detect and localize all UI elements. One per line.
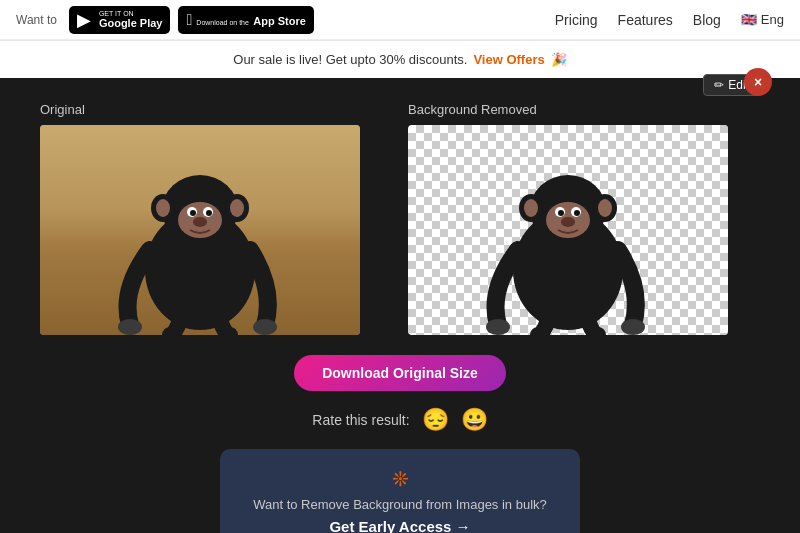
svg-point-21 [561,217,575,227]
svg-point-6 [206,210,212,216]
apple-icon:  [186,11,192,29]
nav-links: Pricing Features Blog 🇬🇧 Eng [555,12,784,28]
nav-blog[interactable]: Blog [693,12,721,28]
svg-point-7 [193,217,207,227]
panels-container: Original [40,102,760,335]
rate-label: Rate this result: [312,412,409,428]
svg-point-25 [598,199,612,217]
svg-point-20 [574,210,580,216]
removed-panel: Background Removed ✏ Edit [408,102,760,335]
nav-pricing[interactable]: Pricing [555,12,598,28]
download-section: Download Original Size [40,355,760,391]
happy-rating-button[interactable]: 😀 [461,407,488,433]
chimp-original-svg [100,140,300,335]
nav-features[interactable]: Features [618,12,673,28]
chimp-removed-svg [468,140,668,335]
svg-point-23 [524,199,538,217]
nav-left: Want to ▶ GET IT ON Google Play  Downlo… [16,6,543,34]
svg-point-27 [621,319,645,335]
svg-point-5 [190,210,196,216]
original-panel: Original [40,102,392,335]
flag-icon: 🇬🇧 [741,12,757,27]
sale-emoji: 🎉 [551,52,567,67]
top-nav: Want to ▶ GET IT ON Google Play  Downlo… [0,0,800,40]
lang-label: Eng [761,12,784,27]
svg-point-12 [118,319,142,335]
original-label: Original [40,102,392,117]
google-play-text: GET IT ON Google Play [99,10,163,29]
want-text: Want to [16,13,57,27]
svg-point-11 [230,199,244,217]
sad-rating-button[interactable]: 😔 [422,407,449,433]
original-image [40,125,360,335]
google-play-icon: ▶ [77,9,91,31]
removed-image [408,125,728,335]
bulk-icon: ❊ [244,467,556,491]
close-button[interactable]: × [744,68,772,96]
language-selector[interactable]: 🇬🇧 Eng [741,12,784,27]
sale-banner: Our sale is live! Get upto 30% discounts… [0,40,800,78]
bulk-title: Want to Remove Background from Images in… [244,497,556,512]
sale-text: Our sale is live! Get upto 30% discounts… [233,52,467,67]
svg-point-13 [253,319,277,335]
main-content: Original [0,78,800,533]
svg-point-9 [156,199,170,217]
view-offers-link[interactable]: View Offers [473,52,544,67]
app-store-button[interactable]:  Download on the App Store [178,6,313,34]
bulk-card: ❊ Want to Remove Background from Images … [220,449,580,533]
early-access-button[interactable]: Get Early Access → [244,518,556,533]
download-button[interactable]: Download Original Size [294,355,506,391]
svg-point-19 [558,210,564,216]
app-store-text: Download on the App Store [196,11,306,29]
removed-label: Background Removed [408,102,760,117]
rating-section: Rate this result: 😔 😀 [40,407,760,433]
google-play-button[interactable]: ▶ GET IT ON Google Play [69,6,171,34]
pencil-icon: ✏ [714,78,724,92]
svg-point-26 [486,319,510,335]
